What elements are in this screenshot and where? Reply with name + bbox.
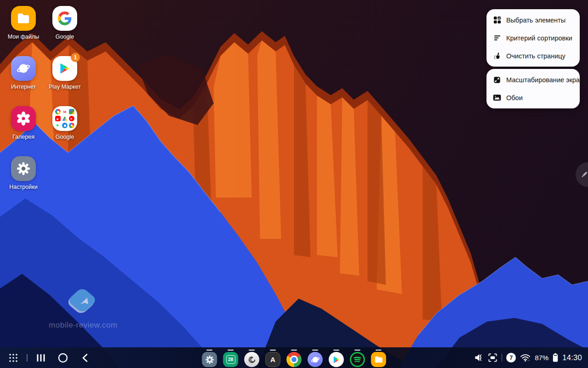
clear-page-icon [493,52,501,60]
desktop-icon-my-files[interactable]: Мои файлы [4,6,43,40]
desktop-folder-google[interactable]: M ▶ ▶ Google [45,106,85,140]
taskbar: 28 A [0,347,588,368]
sort-criteria-icon [493,34,501,42]
home-button[interactable] [57,352,69,364]
notification-count: 7 [509,355,513,361]
dock-item-play-store[interactable] [329,350,344,368]
a-app-letter: A [271,356,276,363]
menu-item-label: Масштабирование экрана [506,76,587,84]
play-store-icon: 1 [52,56,77,81]
dock-item-chrome[interactable] [287,350,302,368]
menu-item-clear-page[interactable]: Очистить страницу [486,47,580,65]
folder-mini-icons: M ▶ ▶ [55,109,74,128]
desktop-icon-label: Интернет [11,84,36,90]
tablet-home-screen: mobile-review.com Мои файлы Google И [0,0,588,368]
running-indicator [291,350,297,351]
mini-yt-music-icon: ▶ [69,116,74,121]
mini-drive-icon [62,116,68,121]
menu-item-label: Выбрать элементы [506,17,565,24]
a-drawing-app-icon: A [266,352,281,367]
running-indicator [207,350,213,351]
clock[interactable]: 14:30 [562,353,582,362]
google-app-icon [52,6,77,31]
menu-item-select-elements[interactable]: Выбрать элементы [486,11,580,29]
play-store-icon [329,352,344,367]
dock-item-my-files[interactable] [371,350,386,368]
mini-youtube-icon: ▶ [55,116,61,121]
nav-divider [27,354,28,362]
pencil-icon [580,170,588,179]
wifi-icon[interactable] [520,353,531,362]
desktop-icon-play-market[interactable]: 1 Play Маркет [45,56,85,90]
status-divider [502,354,503,362]
battery-percent: 87% [535,354,548,362]
context-menu: Выбрать элементы Критерий сортировки Очи… [486,9,580,108]
dock-item-settings[interactable] [202,350,217,368]
settings-icon [202,352,217,367]
running-indicator [355,350,361,351]
menu-item-label: Обои [506,94,523,102]
dock-item-a-drawing-app[interactable]: A [266,350,281,368]
gallery-icon [11,106,36,131]
calendar-date: 28 [228,357,233,362]
samsung-internet-icon [308,352,323,367]
desktop-icon-label: Google [56,134,74,140]
settings-icon [11,156,36,181]
notification-count-badge[interactable]: 7 [506,353,516,362]
running-indicator [376,350,382,351]
chrome-icon [287,352,302,367]
menu-item-screen-zoom[interactable]: Масштабирование экрана [486,71,580,89]
mini-play-icon [55,123,61,128]
samsung-internet-icon [11,56,36,81]
apps-grid-button[interactable] [7,352,19,364]
running-indicator [334,350,339,351]
running-indicator [270,350,276,351]
navigation-buttons [7,347,91,368]
desktop-icon-label: Галерея [12,134,34,140]
desktop-icon-google[interactable]: Google [45,6,85,40]
dock-item-samsung-internet[interactable] [308,350,323,368]
clip-studio-paint-icon [244,352,260,367]
screen-capture-icon[interactable] [488,353,498,362]
calendar-icon: 28 [223,352,238,367]
menu-item-wallpaper[interactable]: Обои [486,89,580,107]
desktop-icon-label: Мои файлы [8,34,39,40]
my-files-icon [11,6,36,31]
desktop-icon-settings[interactable]: Настройки [4,156,43,190]
my-files-icon [371,352,386,367]
running-indicator [228,350,234,351]
desktop-icon-label: Play Маркет [49,84,81,90]
vibrate-mode-icon[interactable] [474,353,484,362]
mini-duo-icon [62,123,68,128]
menu-item-label: Очистить страницу [506,52,565,60]
context-menu-group-1: Выбрать элементы Критерий сортировки Очи… [486,9,580,67]
status-cluster: 7 87% 14:30 [474,347,582,368]
menu-item-label: Критерий сортировки [506,34,572,42]
desktop-icon-label: Google [56,34,74,40]
dock: 28 A [202,350,386,368]
google-folder-icon: M ▶ ▶ [52,106,77,131]
notification-badge: 1 [71,53,80,62]
battery-icon [553,353,558,362]
desktop-icon-gallery[interactable]: Галерея [4,106,43,140]
context-menu-group-2: Масштабирование экрана Обои [486,69,580,108]
wallpaper-icon [493,94,501,102]
desktop-icon-internet[interactable]: Интернет [4,56,43,90]
dock-item-calendar[interactable]: 28 [223,350,238,368]
running-indicator [249,350,255,351]
desktop-icon-label: Настройки [9,184,37,190]
recents-button[interactable] [35,352,47,364]
mini-gmail-icon: M [62,109,68,114]
dock-item-clip-studio[interactable] [244,350,260,368]
menu-item-sort-criteria[interactable]: Критерий сортировки [486,29,580,47]
select-items-icon [493,16,501,24]
running-indicator [312,350,318,351]
dock-item-spotify[interactable] [350,350,365,368]
back-button[interactable] [79,352,91,364]
mini-maps-icon [69,109,74,114]
mini-google-icon [55,109,61,114]
screen-zoom-icon [493,76,501,84]
mini-photos-icon [69,123,74,128]
spotify-icon [350,352,365,367]
